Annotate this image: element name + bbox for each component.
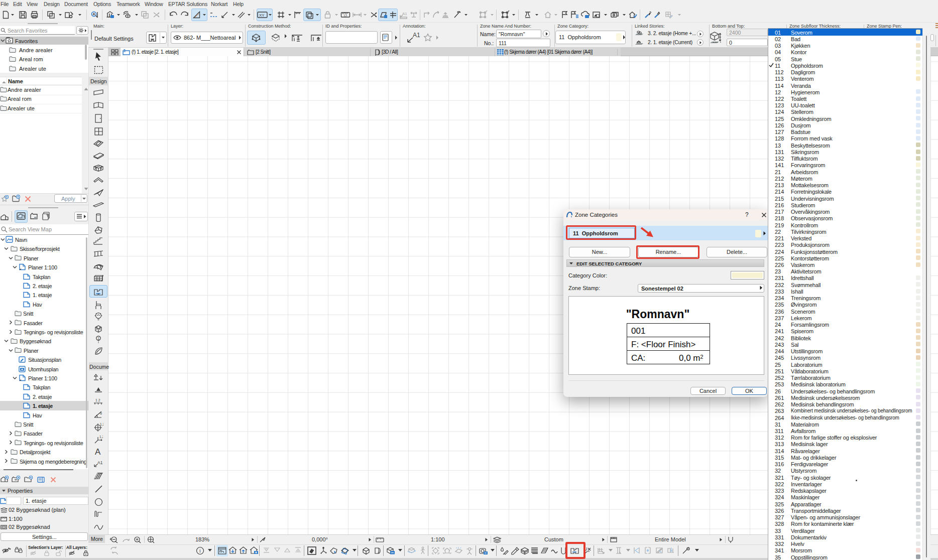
svg-text:1,2: 1,2 [100,423,103,426]
svg-text:1: 1 [97,337,99,340]
svg-text:1,2: 1,2 [99,436,103,439]
svg-text:i: i [199,548,201,553]
svg-text:α: α [100,411,102,415]
svg-text:A1: A1 [413,32,420,39]
svg-text:1 2: 1 2 [95,398,100,402]
svg-text:A: A [95,447,101,456]
svg-text:A1: A1 [402,12,407,16]
svg-text:A1: A1 [97,460,103,465]
svg-text:XY: XY [259,13,265,18]
svg-text:12: 12 [343,14,347,18]
